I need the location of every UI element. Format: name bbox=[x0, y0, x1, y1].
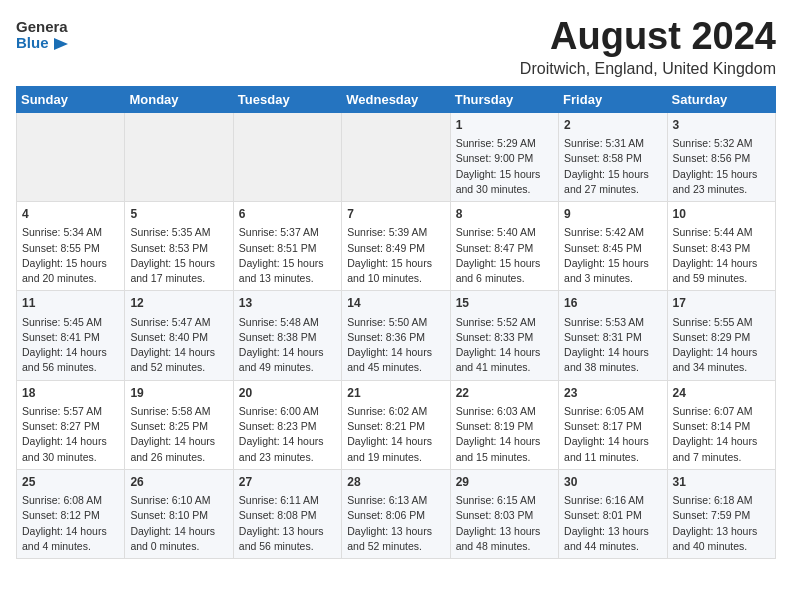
day-number: 22 bbox=[456, 385, 553, 402]
svg-marker-2 bbox=[54, 38, 68, 50]
sunrise-text: Sunrise: 6:08 AM bbox=[22, 493, 119, 508]
sunset-text: Sunset: 8:41 PM bbox=[22, 330, 119, 345]
day-number: 23 bbox=[564, 385, 661, 402]
sunrise-text: Sunrise: 5:57 AM bbox=[22, 404, 119, 419]
daylight-text: Daylight: 14 hours and 11 minutes. bbox=[564, 434, 661, 464]
daylight-text: Daylight: 15 hours and 20 minutes. bbox=[22, 256, 119, 286]
day-number: 13 bbox=[239, 295, 336, 312]
day-number: 27 bbox=[239, 474, 336, 491]
logo: General Blue bbox=[16, 16, 70, 56]
weekday-header-thursday: Thursday bbox=[450, 86, 558, 112]
day-cell: 15Sunrise: 5:52 AMSunset: 8:33 PMDayligh… bbox=[450, 291, 558, 380]
daylight-text: Daylight: 14 hours and 34 minutes. bbox=[673, 345, 770, 375]
sunrise-text: Sunrise: 5:53 AM bbox=[564, 315, 661, 330]
day-number: 5 bbox=[130, 206, 227, 223]
day-cell: 26Sunrise: 6:10 AMSunset: 8:10 PMDayligh… bbox=[125, 469, 233, 558]
daylight-text: Daylight: 14 hours and 0 minutes. bbox=[130, 524, 227, 554]
sunrise-text: Sunrise: 5:42 AM bbox=[564, 225, 661, 240]
day-number: 8 bbox=[456, 206, 553, 223]
day-number: 25 bbox=[22, 474, 119, 491]
daylight-text: Daylight: 15 hours and 13 minutes. bbox=[239, 256, 336, 286]
weekday-header-saturday: Saturday bbox=[667, 86, 775, 112]
sunset-text: Sunset: 8:03 PM bbox=[456, 508, 553, 523]
day-number: 9 bbox=[564, 206, 661, 223]
sunrise-text: Sunrise: 5:58 AM bbox=[130, 404, 227, 419]
day-number: 31 bbox=[673, 474, 770, 491]
sunset-text: Sunset: 8:29 PM bbox=[673, 330, 770, 345]
sunrise-text: Sunrise: 6:15 AM bbox=[456, 493, 553, 508]
day-cell: 29Sunrise: 6:15 AMSunset: 8:03 PMDayligh… bbox=[450, 469, 558, 558]
sunset-text: Sunset: 8:06 PM bbox=[347, 508, 444, 523]
logo-icon: General Blue bbox=[16, 16, 68, 52]
day-cell: 19Sunrise: 5:58 AMSunset: 8:25 PMDayligh… bbox=[125, 380, 233, 469]
sunrise-text: Sunrise: 6:03 AM bbox=[456, 404, 553, 419]
sunrise-text: Sunrise: 5:52 AM bbox=[456, 315, 553, 330]
sunrise-text: Sunrise: 5:47 AM bbox=[130, 315, 227, 330]
day-cell: 13Sunrise: 5:48 AMSunset: 8:38 PMDayligh… bbox=[233, 291, 341, 380]
day-number: 7 bbox=[347, 206, 444, 223]
day-cell: 12Sunrise: 5:47 AMSunset: 8:40 PMDayligh… bbox=[125, 291, 233, 380]
daylight-text: Daylight: 13 hours and 56 minutes. bbox=[239, 524, 336, 554]
day-number: 18 bbox=[22, 385, 119, 402]
day-number: 20 bbox=[239, 385, 336, 402]
sunrise-text: Sunrise: 5:35 AM bbox=[130, 225, 227, 240]
week-row-1: 1Sunrise: 5:29 AMSunset: 9:00 PMDaylight… bbox=[17, 112, 776, 201]
day-cell: 21Sunrise: 6:02 AMSunset: 8:21 PMDayligh… bbox=[342, 380, 450, 469]
sunrise-text: Sunrise: 5:45 AM bbox=[22, 315, 119, 330]
daylight-text: Daylight: 14 hours and 26 minutes. bbox=[130, 434, 227, 464]
day-cell: 24Sunrise: 6:07 AMSunset: 8:14 PMDayligh… bbox=[667, 380, 775, 469]
day-cell: 2Sunrise: 5:31 AMSunset: 8:58 PMDaylight… bbox=[559, 112, 667, 201]
week-row-5: 25Sunrise: 6:08 AMSunset: 8:12 PMDayligh… bbox=[17, 469, 776, 558]
daylight-text: Daylight: 14 hours and 56 minutes. bbox=[22, 345, 119, 375]
sunrise-text: Sunrise: 5:39 AM bbox=[347, 225, 444, 240]
daylight-text: Daylight: 15 hours and 23 minutes. bbox=[673, 167, 770, 197]
svg-text:Blue: Blue bbox=[16, 34, 49, 51]
day-cell: 16Sunrise: 5:53 AMSunset: 8:31 PMDayligh… bbox=[559, 291, 667, 380]
daylight-text: Daylight: 15 hours and 3 minutes. bbox=[564, 256, 661, 286]
day-number: 30 bbox=[564, 474, 661, 491]
sunset-text: Sunset: 7:59 PM bbox=[673, 508, 770, 523]
sunrise-text: Sunrise: 5:55 AM bbox=[673, 315, 770, 330]
sunset-text: Sunset: 8:56 PM bbox=[673, 151, 770, 166]
sunset-text: Sunset: 8:49 PM bbox=[347, 241, 444, 256]
weekday-header-monday: Monday bbox=[125, 86, 233, 112]
day-cell: 31Sunrise: 6:18 AMSunset: 7:59 PMDayligh… bbox=[667, 469, 775, 558]
sunset-text: Sunset: 9:00 PM bbox=[456, 151, 553, 166]
sunset-text: Sunset: 8:25 PM bbox=[130, 419, 227, 434]
day-cell bbox=[233, 112, 341, 201]
week-row-3: 11Sunrise: 5:45 AMSunset: 8:41 PMDayligh… bbox=[17, 291, 776, 380]
week-row-4: 18Sunrise: 5:57 AMSunset: 8:27 PMDayligh… bbox=[17, 380, 776, 469]
sunset-text: Sunset: 8:47 PM bbox=[456, 241, 553, 256]
daylight-text: Daylight: 15 hours and 10 minutes. bbox=[347, 256, 444, 286]
daylight-text: Daylight: 14 hours and 19 minutes. bbox=[347, 434, 444, 464]
daylight-text: Daylight: 14 hours and 41 minutes. bbox=[456, 345, 553, 375]
sunrise-text: Sunrise: 6:05 AM bbox=[564, 404, 661, 419]
day-number: 26 bbox=[130, 474, 227, 491]
day-cell: 8Sunrise: 5:40 AMSunset: 8:47 PMDaylight… bbox=[450, 202, 558, 291]
sunset-text: Sunset: 8:40 PM bbox=[130, 330, 227, 345]
daylight-text: Daylight: 13 hours and 44 minutes. bbox=[564, 524, 661, 554]
day-number: 10 bbox=[673, 206, 770, 223]
sunrise-text: Sunrise: 6:00 AM bbox=[239, 404, 336, 419]
sunrise-text: Sunrise: 6:18 AM bbox=[673, 493, 770, 508]
sunrise-text: Sunrise: 5:32 AM bbox=[673, 136, 770, 151]
weekday-header-row: SundayMondayTuesdayWednesdayThursdayFrid… bbox=[17, 86, 776, 112]
location-title: Droitwich, England, United Kingdom bbox=[520, 60, 776, 78]
day-number: 11 bbox=[22, 295, 119, 312]
sunrise-text: Sunrise: 6:13 AM bbox=[347, 493, 444, 508]
sunset-text: Sunset: 8:23 PM bbox=[239, 419, 336, 434]
sunrise-text: Sunrise: 6:02 AM bbox=[347, 404, 444, 419]
daylight-text: Daylight: 15 hours and 6 minutes. bbox=[456, 256, 553, 286]
weekday-header-sunday: Sunday bbox=[17, 86, 125, 112]
daylight-text: Daylight: 14 hours and 45 minutes. bbox=[347, 345, 444, 375]
day-number: 15 bbox=[456, 295, 553, 312]
daylight-text: Daylight: 14 hours and 15 minutes. bbox=[456, 434, 553, 464]
sunset-text: Sunset: 8:12 PM bbox=[22, 508, 119, 523]
day-number: 6 bbox=[239, 206, 336, 223]
sunrise-text: Sunrise: 5:50 AM bbox=[347, 315, 444, 330]
day-number: 1 bbox=[456, 117, 553, 134]
sunrise-text: Sunrise: 5:48 AM bbox=[239, 315, 336, 330]
day-number: 2 bbox=[564, 117, 661, 134]
day-cell: 20Sunrise: 6:00 AMSunset: 8:23 PMDayligh… bbox=[233, 380, 341, 469]
daylight-text: Daylight: 13 hours and 52 minutes. bbox=[347, 524, 444, 554]
